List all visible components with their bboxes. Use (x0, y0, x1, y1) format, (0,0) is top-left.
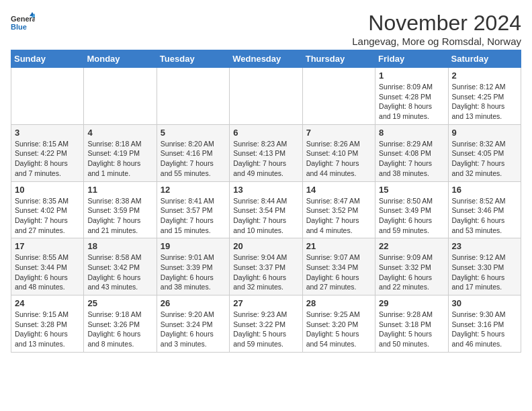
weekday-header-friday: Friday (375, 50, 448, 68)
day-info: Sunrise: 8:35 AM Sunset: 4:02 PM Dayligh… (15, 196, 80, 236)
day-number: 4 (87, 128, 152, 138)
calendar-cell: 4Sunrise: 8:18 AM Sunset: 4:19 PM Daylig… (84, 124, 157, 181)
day-info: Sunrise: 9:01 AM Sunset: 3:39 PM Dayligh… (161, 253, 226, 292)
weekday-header-thursday: Thursday (302, 50, 375, 68)
day-info: Sunrise: 9:25 AM Sunset: 3:20 PM Dayligh… (306, 310, 371, 349)
day-number: 1 (379, 71, 444, 81)
day-info: Sunrise: 9:15 AM Sunset: 3:28 PM Dayligh… (15, 310, 80, 349)
calendar-cell: 30Sunrise: 9:30 AM Sunset: 3:16 PM Dayli… (448, 295, 521, 353)
day-info: Sunrise: 9:30 AM Sunset: 3:16 PM Dayligh… (452, 310, 517, 349)
calendar-cell: 6Sunrise: 8:23 AM Sunset: 4:13 PM Daylig… (230, 124, 302, 181)
day-number: 29 (379, 298, 444, 308)
calendar-cell: 5Sunrise: 8:20 AM Sunset: 4:16 PM Daylig… (157, 124, 229, 181)
day-number: 27 (233, 298, 298, 308)
location: Langevag, More og Romsdal, Norway (352, 36, 521, 47)
week-row-1: 1Sunrise: 8:09 AM Sunset: 4:28 PM Daylig… (11, 68, 521, 125)
day-number: 30 (452, 298, 517, 308)
day-number: 16 (452, 185, 517, 195)
week-row-5: 24Sunrise: 9:15 AM Sunset: 3:28 PM Dayli… (11, 295, 521, 353)
day-info: Sunrise: 8:23 AM Sunset: 4:13 PM Dayligh… (233, 139, 298, 179)
week-row-3: 10Sunrise: 8:35 AM Sunset: 4:02 PM Dayli… (11, 181, 521, 238)
calendar-cell: 13Sunrise: 8:44 AM Sunset: 3:54 PM Dayli… (230, 181, 302, 238)
calendar-cell: 23Sunrise: 9:12 AM Sunset: 3:30 PM Dayli… (448, 238, 521, 295)
calendar-cell: 8Sunrise: 8:29 AM Sunset: 4:08 PM Daylig… (375, 124, 448, 181)
week-row-2: 3Sunrise: 8:15 AM Sunset: 4:22 PM Daylig… (11, 124, 521, 181)
calendar-cell: 9Sunrise: 8:32 AM Sunset: 4:05 PM Daylig… (448, 124, 521, 181)
page-header: General Blue November 2024 Langevag, Mor… (11, 11, 521, 47)
day-number: 6 (233, 128, 298, 138)
day-info: Sunrise: 9:07 AM Sunset: 3:34 PM Dayligh… (306, 253, 371, 292)
calendar-cell: 14Sunrise: 8:47 AM Sunset: 3:52 PM Dayli… (302, 181, 375, 238)
day-number: 23 (452, 241, 517, 251)
calendar-cell: 16Sunrise: 8:52 AM Sunset: 3:46 PM Dayli… (448, 181, 521, 238)
day-info: Sunrise: 9:20 AM Sunset: 3:24 PM Dayligh… (161, 310, 226, 349)
day-number: 22 (379, 241, 444, 251)
day-info: Sunrise: 8:44 AM Sunset: 3:54 PM Dayligh… (233, 196, 298, 236)
day-info: Sunrise: 8:58 AM Sunset: 3:42 PM Dayligh… (87, 253, 152, 292)
logo-icon: General Blue (11, 11, 35, 35)
day-info: Sunrise: 8:38 AM Sunset: 3:59 PM Dayligh… (87, 196, 152, 236)
weekday-header-monday: Monday (84, 50, 157, 68)
day-number: 26 (161, 298, 226, 308)
calendar-cell: 26Sunrise: 9:20 AM Sunset: 3:24 PM Dayli… (157, 295, 229, 353)
day-number: 12 (161, 185, 226, 195)
calendar-cell (230, 68, 302, 125)
weekday-header-sunday: Sunday (11, 50, 84, 68)
day-number: 2 (452, 71, 517, 81)
svg-text:Blue: Blue (11, 23, 27, 31)
day-info: Sunrise: 9:23 AM Sunset: 3:22 PM Dayligh… (233, 310, 298, 349)
day-number: 3 (15, 128, 80, 138)
day-number: 8 (379, 128, 444, 138)
day-info: Sunrise: 8:18 AM Sunset: 4:19 PM Dayligh… (87, 139, 152, 179)
month-title: November 2024 (352, 11, 521, 36)
day-number: 15 (379, 185, 444, 195)
calendar-cell: 15Sunrise: 8:50 AM Sunset: 3:49 PM Dayli… (375, 181, 448, 238)
calendar-cell: 20Sunrise: 9:04 AM Sunset: 3:37 PM Dayli… (230, 238, 302, 295)
calendar-cell: 10Sunrise: 8:35 AM Sunset: 4:02 PM Dayli… (11, 181, 84, 238)
logo: General Blue (11, 11, 35, 35)
calendar-cell: 17Sunrise: 8:55 AM Sunset: 3:44 PM Dayli… (11, 238, 84, 295)
day-number: 11 (87, 185, 152, 195)
week-row-4: 17Sunrise: 8:55 AM Sunset: 3:44 PM Dayli… (11, 238, 521, 295)
day-info: Sunrise: 8:52 AM Sunset: 3:46 PM Dayligh… (452, 196, 517, 236)
day-info: Sunrise: 8:20 AM Sunset: 4:16 PM Dayligh… (161, 139, 226, 179)
day-number: 10 (15, 185, 80, 195)
day-info: Sunrise: 9:09 AM Sunset: 3:32 PM Dayligh… (379, 253, 444, 292)
day-info: Sunrise: 8:47 AM Sunset: 3:52 PM Dayligh… (306, 196, 371, 236)
day-info: Sunrise: 9:18 AM Sunset: 3:26 PM Dayligh… (87, 310, 152, 349)
day-number: 21 (306, 241, 371, 251)
day-number: 5 (161, 128, 226, 138)
calendar-table: SundayMondayTuesdayWednesdayThursdayFrid… (11, 50, 521, 353)
day-info: Sunrise: 9:12 AM Sunset: 3:30 PM Dayligh… (452, 253, 517, 292)
title-block: November 2024 Langevag, More og Romsdal,… (352, 11, 521, 47)
calendar-cell: 18Sunrise: 8:58 AM Sunset: 3:42 PM Dayli… (84, 238, 157, 295)
calendar-cell: 27Sunrise: 9:23 AM Sunset: 3:22 PM Dayli… (230, 295, 302, 353)
day-number: 25 (87, 298, 152, 308)
weekday-header-row: SundayMondayTuesdayWednesdayThursdayFrid… (11, 50, 521, 68)
day-number: 24 (15, 298, 80, 308)
day-number: 9 (452, 128, 517, 138)
calendar-cell (11, 68, 84, 125)
day-info: Sunrise: 8:15 AM Sunset: 4:22 PM Dayligh… (15, 139, 80, 179)
day-info: Sunrise: 8:55 AM Sunset: 3:44 PM Dayligh… (15, 253, 80, 292)
calendar-cell: 12Sunrise: 8:41 AM Sunset: 3:57 PM Dayli… (157, 181, 229, 238)
calendar-cell: 24Sunrise: 9:15 AM Sunset: 3:28 PM Dayli… (11, 295, 84, 353)
day-info: Sunrise: 8:41 AM Sunset: 3:57 PM Dayligh… (161, 196, 226, 236)
day-info: Sunrise: 9:04 AM Sunset: 3:37 PM Dayligh… (233, 253, 298, 292)
calendar-cell: 28Sunrise: 9:25 AM Sunset: 3:20 PM Dayli… (302, 295, 375, 353)
calendar-cell: 2Sunrise: 8:12 AM Sunset: 4:25 PM Daylig… (448, 68, 521, 125)
calendar-cell: 3Sunrise: 8:15 AM Sunset: 4:22 PM Daylig… (11, 124, 84, 181)
calendar-cell: 25Sunrise: 9:18 AM Sunset: 3:26 PM Dayli… (84, 295, 157, 353)
calendar-cell: 1Sunrise: 8:09 AM Sunset: 4:28 PM Daylig… (375, 68, 448, 125)
day-number: 17 (15, 241, 80, 251)
day-number: 7 (306, 128, 371, 138)
calendar-cell: 11Sunrise: 8:38 AM Sunset: 3:59 PM Dayli… (84, 181, 157, 238)
day-info: Sunrise: 8:12 AM Sunset: 4:25 PM Dayligh… (452, 82, 517, 122)
weekday-header-wednesday: Wednesday (230, 50, 302, 68)
calendar-cell: 19Sunrise: 9:01 AM Sunset: 3:39 PM Dayli… (157, 238, 229, 295)
day-number: 28 (306, 298, 371, 308)
weekday-header-tuesday: Tuesday (157, 50, 229, 68)
day-info: Sunrise: 8:29 AM Sunset: 4:08 PM Dayligh… (379, 139, 444, 179)
calendar-cell: 7Sunrise: 8:26 AM Sunset: 4:10 PM Daylig… (302, 124, 375, 181)
calendar-cell: 22Sunrise: 9:09 AM Sunset: 3:32 PM Dayli… (375, 238, 448, 295)
